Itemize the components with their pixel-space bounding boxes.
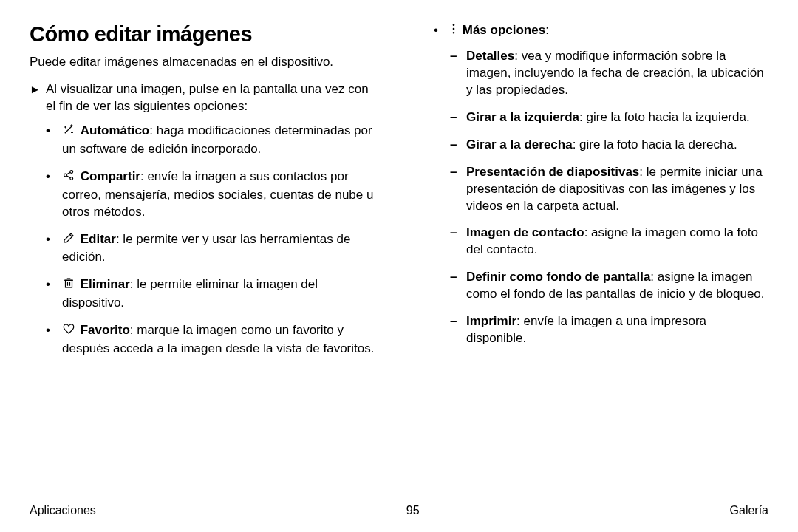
svg-line-3 [66, 172, 70, 174]
option-more: Más opciones: Detalles: vea y modifique … [417, 22, 768, 347]
option-label: Automático [81, 123, 150, 137]
option-auto: Automático: haga modificaciones determin… [30, 123, 381, 158]
manual-page: Cómo editar imágenes Puede editar imágen… [0, 0, 798, 532]
option-label: Editar [81, 232, 116, 246]
pencil-icon [62, 231, 75, 250]
subitem-rotate-right: Girar a la derecha: gire la foto hacia l… [450, 137, 768, 154]
footer-section-right: Galería [730, 504, 768, 517]
play-arrow-icon: ► [30, 81, 46, 115]
option-label: Más opciones [463, 23, 545, 37]
options-list-continued: Más opciones: Detalles: vea y modifique … [417, 22, 768, 358]
subitem-rotate-left: Girar a la izquierda: gire la foto hacia… [450, 109, 768, 126]
left-column: Cómo editar imágenes Puede editar imágen… [30, 22, 381, 497]
svg-line-5 [70, 234, 72, 236]
svg-point-12 [453, 28, 455, 30]
subitem-details: Detalles: vea y modifique información so… [450, 48, 768, 99]
step-text: Al visualizar una imagen, pulse en la pa… [46, 81, 381, 115]
more-options-sublist: Detalles: vea y modifique información so… [450, 48, 768, 347]
option-share: Compartir: envíe la imagen a sus contact… [30, 168, 381, 221]
option-text: : [545, 23, 549, 37]
option-label: Eliminar [81, 277, 130, 291]
svg-point-0 [64, 174, 67, 177]
options-list: Automático: haga modificaciones determin… [30, 123, 381, 368]
option-delete: Eliminar: le permite eliminar la imagen … [30, 276, 381, 312]
footer-page-number: 95 [406, 504, 420, 517]
subitem-slideshow: Presentación de diapositivas: le permite… [450, 164, 768, 215]
more-vertical-icon [450, 22, 457, 41]
svg-point-13 [453, 32, 455, 34]
svg-line-4 [66, 176, 70, 178]
option-label: Compartir [81, 169, 140, 183]
subitem-contact-image: Imagen de contacto: asigne la imagen com… [450, 225, 768, 259]
page-title: Cómo editar imágenes [30, 22, 381, 47]
option-label: Favorito [81, 323, 130, 337]
subitem-print: Imprimir: envíe la imagen a una impresor… [450, 313, 768, 347]
share-icon [62, 168, 75, 187]
intro-text: Puede editar imágenes almacenadas en el … [30, 54, 381, 71]
heart-icon [62, 322, 75, 341]
page-footer: Aplicaciones 95 Galería [30, 497, 768, 517]
svg-rect-6 [66, 281, 72, 288]
option-edit: Editar: le permite ver y usar las herram… [30, 231, 381, 267]
auto-enhance-icon [62, 123, 75, 141]
svg-point-11 [453, 24, 455, 26]
right-column: Más opciones: Detalles: vea y modifique … [417, 22, 768, 497]
subitem-wallpaper: Definir como fondo de pantalla: asigne l… [450, 269, 768, 303]
two-column-layout: Cómo editar imágenes Puede editar imágen… [30, 22, 768, 497]
trash-icon [62, 276, 75, 295]
instruction-step: ► Al visualizar una imagen, pulse en la … [30, 81, 381, 115]
svg-point-2 [70, 177, 73, 180]
svg-point-1 [70, 170, 73, 173]
option-favorite: Favorito: marque la imagen como un favor… [30, 322, 381, 358]
footer-section-left: Aplicaciones [30, 504, 96, 517]
